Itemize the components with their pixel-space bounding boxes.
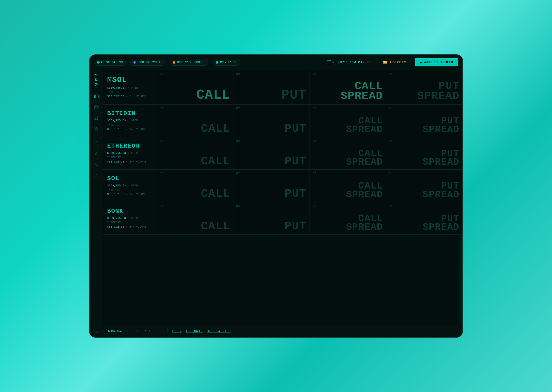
svg-rect-8 bbox=[97, 129, 98, 130]
svg-rect-2 bbox=[95, 118, 95, 120]
token-eth[interactable]: ETH $1,729.12 bbox=[130, 59, 165, 66]
msol-symbol: mSOL bbox=[101, 61, 110, 64]
market-info-ethereum: ETHEREUM $359,765.63 » OPEN INTEREST $33… bbox=[103, 137, 157, 169]
options-grid-bonk: 01 CALL 02 PUT 03 CALLSPREAD 04 PUTSPREA… bbox=[157, 202, 463, 234]
option-msol-call-spread[interactable]: 03 CALLSPREAD bbox=[310, 70, 386, 104]
option-label-call: CALL bbox=[201, 189, 230, 199]
sidebar-item-settings[interactable] bbox=[92, 139, 101, 148]
tickets-label: TICKETS bbox=[389, 61, 407, 64]
svg-point-10 bbox=[96, 153, 97, 154]
svg-point-9 bbox=[96, 143, 97, 144]
option-num: 02 bbox=[236, 204, 240, 208]
option-num: 03 bbox=[312, 72, 316, 76]
docs-link[interactable]: DOCS bbox=[172, 329, 181, 333]
option-num: 03 bbox=[312, 204, 316, 208]
option-bonk-put[interactable]: 02 PUT bbox=[233, 202, 310, 234]
option-bonk-put-spread[interactable]: 04 PUTSPREAD bbox=[386, 202, 463, 234]
token-btc[interactable]: BTC $100,000.99 bbox=[170, 59, 208, 66]
options-grid-ethereum: 01 CALL 02 PUT 03 CALLSPREAD 04 PUTSPREA… bbox=[157, 137, 463, 169]
market-name-sol: SOL bbox=[107, 175, 153, 182]
footer-divider-2 bbox=[167, 328, 168, 334]
option-ethereum-call[interactable]: 01 CALL bbox=[157, 137, 233, 169]
option-sol-call-spread[interactable]: 03 CALLSPREAD bbox=[310, 170, 386, 202]
sidebar-item-profile[interactable] bbox=[92, 149, 101, 159]
market-info-msol: MSOL $359,765.63 » OPEN INTEREST $33,392… bbox=[103, 70, 157, 104]
token-psy[interactable]: PSY $1.63 bbox=[213, 59, 240, 66]
market-row-bitcoin: BITCOIN $359,765.63 » OPEN INTEREST $33,… bbox=[103, 105, 463, 137]
option-msol-put-spread[interactable]: 04 PUTSPREAD bbox=[386, 70, 463, 104]
option-bitcoin-call-spread[interactable]: 03 CALLSPREAD bbox=[310, 105, 386, 137]
option-bitcoin-call[interactable]: 01 CALL bbox=[157, 105, 233, 137]
footer: MAINNET | TPS : 100,000 DOCS TELEGRAM X … bbox=[89, 325, 463, 337]
option-label-call: CALL bbox=[196, 89, 230, 101]
btc-symbol: BTC bbox=[177, 61, 184, 64]
option-label-call-spread: CALLSPREAD bbox=[346, 117, 383, 134]
option-label-put-spread: PUTSPREAD bbox=[423, 117, 459, 134]
tps-label: TPS : 100,000 bbox=[137, 329, 163, 333]
option-num: 03 bbox=[312, 107, 316, 110]
option-label-call-spread: CALLSPREAD bbox=[346, 182, 383, 199]
eth-dot bbox=[133, 61, 136, 64]
token-msol[interactable]: mSOL $43.99 bbox=[94, 59, 126, 66]
option-msol-put[interactable]: 02 PUT bbox=[233, 70, 310, 104]
market-info-sol: SOL $359,765.63 » OPEN INTEREST $33,392.… bbox=[103, 170, 157, 202]
svg-rect-5 bbox=[95, 127, 96, 128]
option-ethereum-call-spread[interactable]: 03 CALLSPREAD bbox=[310, 137, 386, 169]
market-row-sol: SOL $359,765.63 » OPEN INTEREST $33,392.… bbox=[103, 170, 463, 202]
twitter-link[interactable]: X / TWITTER bbox=[207, 329, 231, 333]
wallet-login-button[interactable]: ▣ WALLET LOGIN bbox=[415, 58, 458, 66]
sidebar-item-mail[interactable] bbox=[92, 103, 101, 112]
psy-symbol: PSY bbox=[220, 61, 227, 64]
option-num: 04 bbox=[389, 204, 393, 208]
footer-sep-1: | bbox=[130, 329, 132, 333]
option-sol-put-spread[interactable]: 04 PUTSPREAD bbox=[386, 170, 463, 202]
option-label-call: CALL bbox=[201, 123, 230, 134]
market-stat-msol: $359,765.63 » OPEN INTEREST $33,392.63 »… bbox=[107, 86, 153, 98]
option-label-call-spread: CALLSPREAD bbox=[346, 149, 383, 166]
plus-icon: + bbox=[327, 61, 331, 64]
svg-point-12 bbox=[97, 174, 98, 175]
market-info-bitcoin: BITCOIN $359,765.63 » OPEN INTEREST $33,… bbox=[103, 105, 157, 137]
sidebar-item-markets[interactable] bbox=[92, 124, 101, 133]
top-nav: mSOL $43.99 ETH $1,729.12 BTC $100,000.9… bbox=[89, 55, 463, 70]
option-bitcoin-put[interactable]: 02 PUT bbox=[233, 105, 310, 137]
option-bonk-call-spread[interactable]: 03 CALLSPREAD bbox=[310, 202, 386, 234]
svg-rect-0 bbox=[94, 95, 98, 98]
eth-symbol: ETH bbox=[138, 61, 144, 64]
footer-divider-1 bbox=[103, 328, 103, 334]
option-ethereum-put-spread[interactable]: 04 PUTSPREAD bbox=[386, 137, 463, 169]
option-sol-put[interactable]: 02 PUT bbox=[233, 170, 310, 202]
option-bonk-call[interactable]: 01 CALL bbox=[157, 202, 233, 234]
settings-icon[interactable] bbox=[94, 329, 98, 333]
sidebar-item-analytics[interactable] bbox=[92, 113, 101, 123]
option-msol-call[interactable]: 01 CALL bbox=[157, 70, 233, 104]
sidebar: SDX bbox=[89, 70, 103, 325]
options-grid-msol: 01 CALL 02 PUT 03 CALLSPREAD 04 PUTSPREA… bbox=[157, 70, 463, 104]
option-label-put: PUT bbox=[285, 189, 306, 199]
option-num: 04 bbox=[389, 139, 393, 143]
telegram-link[interactable]: TELEGRAM bbox=[185, 329, 203, 333]
option-label-call-spread: CALLSPREAD bbox=[341, 81, 383, 101]
option-bitcoin-put-spread[interactable]: 04 PUTSPREAD bbox=[386, 105, 463, 137]
sidebar-item-portfolio[interactable] bbox=[92, 92, 101, 101]
market-row-msol: MSOL $359,765.63 » OPEN INTEREST $33,392… bbox=[103, 70, 463, 105]
option-label-call: CALL bbox=[201, 221, 230, 231]
option-num: 02 bbox=[236, 72, 240, 76]
mainnet-label: MAINNET bbox=[111, 329, 125, 333]
sidebar-item-activity[interactable] bbox=[92, 160, 101, 169]
option-ethereum-put[interactable]: 02 PUT bbox=[233, 137, 310, 169]
sidebar-item-users[interactable] bbox=[92, 171, 101, 180]
option-num: 04 bbox=[389, 72, 393, 76]
tickets-icon: 🎫 bbox=[383, 60, 388, 65]
wallet-icon: ▣ bbox=[420, 60, 422, 64]
main-layout: SDX bbox=[89, 70, 463, 325]
request-market-button[interactable]: + REQUEST NEW MARKET bbox=[324, 59, 374, 66]
option-num: 02 bbox=[236, 172, 240, 175]
market-info-bonk: BONK $359,765.63 » OPEN INTEREST $33,392… bbox=[103, 202, 157, 234]
tickets-button[interactable]: 🎫 TICKETS bbox=[379, 58, 411, 67]
wallet-label: WALLET LOGIN bbox=[424, 61, 453, 64]
option-num: 03 bbox=[312, 172, 316, 175]
option-sol-call[interactable]: 01 CALL bbox=[157, 170, 233, 202]
market-row-bonk: BONK $359,765.63 » OPEN INTEREST $33,392… bbox=[103, 202, 463, 235]
option-num: 02 bbox=[236, 107, 240, 110]
